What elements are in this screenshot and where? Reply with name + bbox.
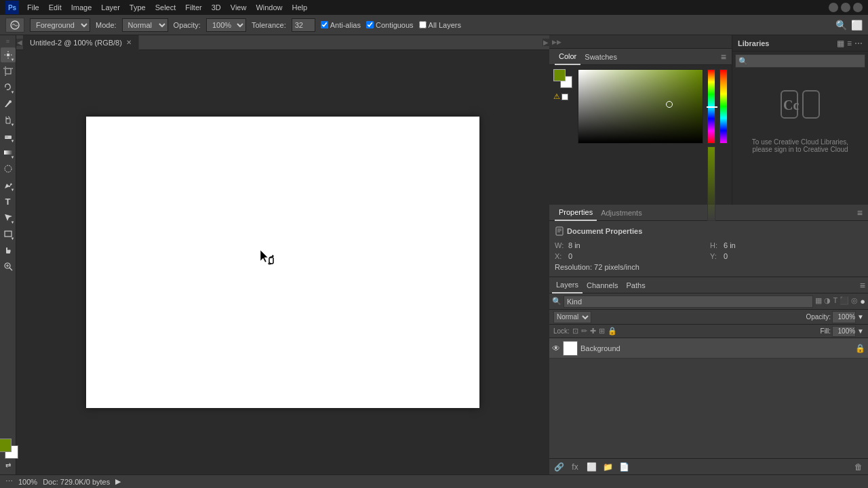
- switch-colors-icon[interactable]: ⇄: [5, 462, 11, 469]
- all-layers-label[interactable]: All Layers: [419, 21, 461, 29]
- menu-image[interactable]: Image: [67, 2, 96, 13]
- layers-kind-dropdown[interactable]: [564, 296, 813, 308]
- brush-tool[interactable]: [1, 96, 16, 111]
- tab-channels[interactable]: Channels: [583, 277, 622, 293]
- minimize-button[interactable]: [829, 3, 838, 12]
- menu-3d[interactable]: 3D: [208, 2, 225, 13]
- lock-artboard-icon[interactable]: ⊞: [599, 327, 605, 336]
- opacity-input[interactable]: [832, 311, 856, 323]
- menu-layer[interactable]: Layer: [97, 2, 124, 13]
- pen-tool[interactable]: ▼: [1, 178, 16, 192]
- hand-tool[interactable]: [1, 243, 16, 258]
- tab-layers[interactable]: Layers: [552, 277, 583, 293]
- filter-smart-icon[interactable]: ◎: [851, 296, 858, 306]
- tab-color[interactable]: Color: [555, 49, 580, 65]
- tab-adjustments[interactable]: Adjustments: [597, 205, 646, 221]
- layers-blend-mode[interactable]: Normal Multiply: [553, 311, 591, 323]
- fg-bg-color-swatches[interactable]: [0, 439, 18, 459]
- libraries-grid-icon[interactable]: ▦: [837, 39, 844, 48]
- lock-move-icon[interactable]: ✚: [590, 327, 596, 336]
- opacity-dropdown[interactable]: 100% 75% 50%: [206, 18, 246, 32]
- menu-edit[interactable]: Edit: [45, 2, 66, 13]
- artboard-tool[interactable]: [1, 64, 16, 79]
- menu-filter[interactable]: Filter: [181, 2, 205, 13]
- layer-lock-icon[interactable]: 🔒: [855, 344, 865, 353]
- libraries-menu-icon[interactable]: ⋯: [854, 39, 863, 48]
- panel-collapse-icon[interactable]: ▶▶: [552, 39, 561, 45]
- alpha-slider[interactable]: [707, 146, 715, 221]
- y-value[interactable]: 0: [724, 252, 728, 260]
- x-value[interactable]: 0: [568, 252, 572, 260]
- foreground-color-chip[interactable]: [0, 439, 12, 452]
- mode-dropdown[interactable]: Normal Multiply Screen: [122, 18, 168, 32]
- tools-collapse-icon[interactable]: ⋯: [5, 477, 13, 486]
- close-button[interactable]: [853, 3, 863, 12]
- menu-view[interactable]: View: [226, 2, 251, 13]
- search-icon[interactable]: 🔍: [835, 20, 847, 30]
- canvas-document[interactable]: [86, 117, 479, 408]
- layer-visibility-icon[interactable]: 👁: [552, 344, 560, 353]
- tab-swatches[interactable]: Swatches: [580, 49, 621, 65]
- move-tool[interactable]: ▼: [1, 47, 16, 62]
- menu-help[interactable]: Help: [288, 2, 312, 13]
- layers-panel-menu-icon[interactable]: ≡: [860, 280, 865, 291]
- panel-collapse-right[interactable]: ▶: [542, 39, 549, 46]
- tool-icon[interactable]: [5, 18, 24, 33]
- lasso-tool[interactable]: ▼: [1, 80, 16, 95]
- clone-stamp-tool[interactable]: ▼: [1, 113, 16, 127]
- anti-alias-checkbox[interactable]: [321, 21, 328, 28]
- hue-slider[interactable]: [707, 69, 715, 144]
- document-tab[interactable]: Untitled-2 @ 100% (RGB/8) ✕: [23, 35, 139, 50]
- contiguous-label[interactable]: Contiguous: [366, 21, 414, 29]
- zoom-tool[interactable]: [1, 259, 16, 274]
- workspace-icon[interactable]: ⬜: [851, 20, 863, 30]
- gamut-warning-icon[interactable]: ⚠: [553, 92, 560, 101]
- canvas-scroll-area[interactable]: [16, 50, 549, 474]
- text-tool[interactable]: T: [1, 194, 16, 209]
- gradient-tool[interactable]: ▼: [1, 145, 16, 160]
- web-safe-icon[interactable]: [561, 94, 568, 100]
- filter-shape-icon[interactable]: ⬛: [840, 296, 849, 306]
- all-layers-checkbox[interactable]: [419, 21, 427, 28]
- libraries-list-icon[interactable]: ≡: [847, 39, 852, 48]
- color-picker-handle[interactable]: [666, 101, 673, 108]
- toolbar-collapse[interactable]: ≡: [6, 38, 9, 45]
- rainbow-strip[interactable]: [719, 69, 728, 144]
- filter-toggle[interactable]: ●: [860, 296, 865, 306]
- menu-type[interactable]: Type: [125, 2, 150, 13]
- rectangle-tool[interactable]: ▼: [1, 226, 16, 241]
- link-layers-button[interactable]: 🔗: [552, 460, 566, 474]
- fg-color-chip-large[interactable]: [553, 69, 566, 81]
- panel-collapse-left[interactable]: ◀: [16, 39, 23, 46]
- blur-tool[interactable]: [1, 161, 16, 176]
- color-gradient-picker[interactable]: [578, 69, 703, 144]
- menu-window[interactable]: Window: [252, 2, 286, 13]
- filter-adjustment-icon[interactable]: ◑: [824, 296, 831, 306]
- height-value[interactable]: 6 in: [724, 241, 736, 249]
- create-group-button[interactable]: 📁: [601, 460, 614, 474]
- layer-name[interactable]: Background: [580, 344, 852, 352]
- create-layer-button[interactable]: 📄: [617, 460, 631, 474]
- lock-all-icon[interactable]: 🔒: [608, 327, 617, 336]
- layer-row[interactable]: 👁 Background 🔒: [549, 338, 868, 359]
- tolerance-input[interactable]: [292, 18, 315, 32]
- tool-target-dropdown[interactable]: Foreground Background: [30, 18, 90, 32]
- maximize-button[interactable]: [841, 3, 850, 12]
- fill-input[interactable]: [832, 326, 856, 337]
- filter-text-icon[interactable]: T: [833, 296, 837, 306]
- eraser-tool[interactable]: ▼: [1, 129, 16, 144]
- contiguous-checkbox[interactable]: [366, 21, 374, 28]
- menu-file[interactable]: File: [23, 2, 43, 13]
- lock-paint-icon[interactable]: ✏: [581, 327, 587, 336]
- lock-transparency-icon[interactable]: ⊡: [572, 327, 578, 336]
- libraries-search-input[interactable]: [735, 54, 865, 68]
- properties-panel-menu-icon[interactable]: ≡: [857, 207, 863, 218]
- delete-layer-button[interactable]: 🗑: [852, 460, 865, 474]
- filter-pixel-icon[interactable]: ▦: [815, 296, 822, 306]
- anti-alias-label[interactable]: Anti-alias: [321, 21, 361, 29]
- tab-close-button[interactable]: ✕: [126, 39, 132, 46]
- tab-properties[interactable]: Properties: [555, 205, 597, 221]
- menu-select[interactable]: Select: [151, 2, 180, 13]
- add-mask-button[interactable]: ⬜: [585, 460, 598, 474]
- layer-fx-button[interactable]: fx: [568, 460, 582, 474]
